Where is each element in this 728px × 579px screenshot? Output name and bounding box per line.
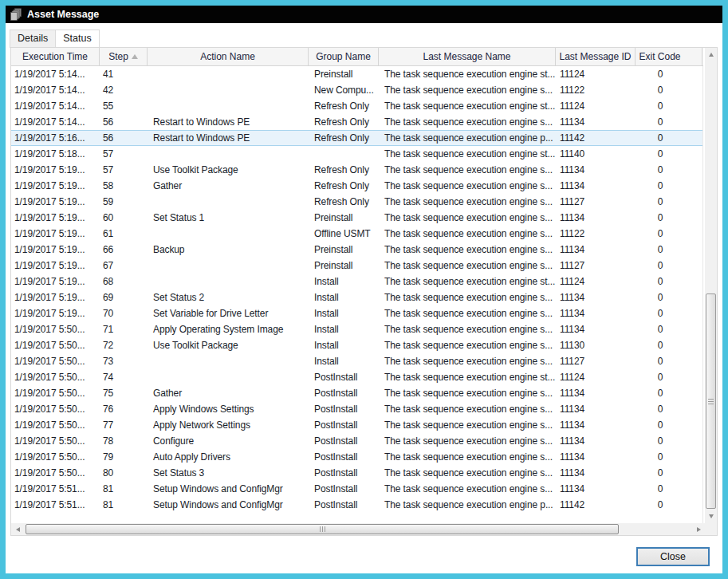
cell: 1/19/2017 5:50... bbox=[11, 433, 100, 449]
horizontal-scrollbar[interactable] bbox=[11, 523, 705, 535]
column-header-execution-time[interactable]: Execution Time bbox=[11, 48, 100, 65]
vertical-scrollbar-thumb[interactable] bbox=[706, 293, 716, 509]
cell: 0 bbox=[636, 385, 702, 401]
tab-status[interactable]: Status bbox=[56, 30, 99, 48]
table-row[interactable]: 1/19/2017 5:50...79Auto Apply DriversPos… bbox=[11, 449, 702, 465]
cell: The task sequence execution engine st... bbox=[379, 98, 556, 114]
table-row[interactable]: 1/19/2017 5:19...60Set Status 1Preinstal… bbox=[11, 210, 702, 226]
table-row[interactable]: 1/19/2017 5:50...76Apply Windows Setting… bbox=[11, 401, 702, 417]
column-header-last-message-id[interactable]: Last Message ID bbox=[556, 48, 636, 65]
scroll-down-button[interactable] bbox=[705, 510, 717, 523]
cell: 1/19/2017 5:50... bbox=[11, 385, 100, 401]
tab-details[interactable]: Details bbox=[10, 30, 56, 48]
cell: 1/19/2017 5:50... bbox=[11, 337, 100, 353]
column-header-exit-code[interactable]: Exit Code bbox=[636, 48, 702, 65]
cell: 0 bbox=[636, 66, 702, 82]
cell: 0 bbox=[636, 290, 702, 305]
cell: The task sequence execution engine s... bbox=[379, 353, 556, 369]
titlebar[interactable]: Asset Message bbox=[6, 6, 722, 23]
cell: 0 bbox=[636, 417, 702, 433]
table-row[interactable]: 1/19/2017 5:14...42New Compu...The task … bbox=[11, 82, 702, 98]
scroll-up-button[interactable] bbox=[705, 48, 717, 61]
table-row[interactable]: 1/19/2017 5:19...61Offline USMTThe task … bbox=[11, 226, 702, 242]
cell: The task sequence execution engine s... bbox=[379, 401, 556, 417]
table-row[interactable]: 1/19/2017 5:51...81Setup Windows and Con… bbox=[11, 481, 702, 497]
cell: Install bbox=[309, 290, 379, 305]
cell: 81 bbox=[100, 497, 148, 513]
cell: PostInstall bbox=[309, 369, 379, 385]
cell: The task sequence execution engine s... bbox=[379, 417, 556, 433]
table-row[interactable]: 1/19/2017 5:14...55Refresh OnlyThe task … bbox=[11, 98, 702, 114]
cell: The task sequence execution engine s... bbox=[379, 465, 556, 481]
cell: Restart to Windows PE bbox=[148, 131, 309, 145]
cell: 11134 bbox=[556, 321, 636, 337]
cell: 42 bbox=[100, 82, 148, 98]
table-row[interactable]: 1/19/2017 5:19...59Refresh OnlyThe task … bbox=[11, 194, 702, 210]
window-title: Asset Message bbox=[27, 9, 99, 20]
sort-ascending-icon bbox=[132, 54, 138, 59]
table-row[interactable]: 1/19/2017 5:14...56Restart to Windows PE… bbox=[11, 114, 702, 130]
table-row[interactable]: 1/19/2017 5:50...78ConfigurePostInstallT… bbox=[11, 433, 702, 449]
cell: 0 bbox=[636, 337, 702, 353]
column-header-step[interactable]: Step bbox=[100, 48, 148, 65]
table-row[interactable]: 1/19/2017 5:19...57Use Toolkit PackageRe… bbox=[11, 162, 702, 178]
column-header-group-name[interactable]: Group Name bbox=[309, 48, 379, 65]
cell: 1/19/2017 5:16... bbox=[11, 131, 100, 145]
horizontal-scrollbar-thumb[interactable] bbox=[26, 524, 619, 534]
table-row[interactable]: 1/19/2017 5:50...72Use Toolkit PackageIn… bbox=[11, 337, 702, 353]
cell bbox=[148, 98, 309, 114]
cell: 76 bbox=[100, 401, 148, 417]
cell: The task sequence execution engine s... bbox=[379, 385, 556, 401]
table-row[interactable]: 1/19/2017 5:19...70Set Variable for Driv… bbox=[11, 305, 702, 321]
table-row[interactable]: 1/19/2017 5:18...57The task sequence exe… bbox=[11, 146, 702, 162]
cell: The task sequence execution engine s... bbox=[379, 210, 556, 226]
cell: 0 bbox=[636, 258, 702, 274]
cell: PostInstall bbox=[309, 481, 379, 497]
cell: 80 bbox=[100, 465, 148, 481]
table-row[interactable]: 1/19/2017 5:19...68InstallThe task seque… bbox=[11, 274, 702, 290]
table-row[interactable]: 1/19/2017 5:50...75GatherPostInstallThe … bbox=[11, 385, 702, 401]
table-row[interactable]: 1/19/2017 5:16...56Restart to Windows PE… bbox=[11, 130, 702, 146]
close-button[interactable]: Close bbox=[636, 547, 710, 566]
table-row[interactable]: 1/19/2017 5:50...74PostInstallThe task s… bbox=[11, 369, 702, 385]
vertical-scrollbar[interactable] bbox=[705, 48, 717, 523]
table-row[interactable]: 1/19/2017 5:50...80Set Status 3PostInsta… bbox=[11, 465, 702, 481]
cell: 1/19/2017 5:14... bbox=[11, 82, 100, 98]
cell: 11134 bbox=[556, 178, 636, 194]
cell: 11122 bbox=[556, 82, 636, 98]
cell: Apply Windows Settings bbox=[148, 401, 309, 417]
cell: 0 bbox=[636, 274, 702, 290]
table-row[interactable]: 1/19/2017 5:51...81Setup Windows and Con… bbox=[11, 497, 702, 513]
column-header-action-name[interactable]: Action Name bbox=[148, 48, 309, 65]
cell: 1/19/2017 5:19... bbox=[11, 210, 100, 226]
table-row[interactable]: 1/19/2017 5:50...73InstallThe task seque… bbox=[11, 353, 702, 369]
cell: 1/19/2017 5:50... bbox=[11, 449, 100, 465]
table-row[interactable]: 1/19/2017 5:14...41PreinstallThe task se… bbox=[11, 66, 702, 82]
cell: Set Variable for Drive Letter bbox=[148, 305, 309, 321]
cell: 73 bbox=[100, 353, 148, 369]
cell: 1/19/2017 5:50... bbox=[11, 417, 100, 433]
column-header-label: Group Name bbox=[316, 51, 371, 62]
table-row[interactable]: 1/19/2017 5:19...66BackupPreinstallThe t… bbox=[11, 242, 702, 258]
cell: 69 bbox=[100, 290, 148, 305]
cell: Preinstall bbox=[309, 258, 379, 274]
scroll-right-button[interactable] bbox=[692, 523, 705, 535]
scroll-left-button[interactable] bbox=[11, 523, 24, 535]
triangle-up-icon bbox=[709, 53, 714, 57]
table-row[interactable]: 1/19/2017 5:19...67PreinstallThe task se… bbox=[11, 258, 702, 274]
table-row[interactable]: 1/19/2017 5:50...71Apply Operating Syste… bbox=[11, 321, 702, 337]
cell: PostInstall bbox=[309, 417, 379, 433]
cell: Offline USMT bbox=[309, 226, 379, 242]
cell: 60 bbox=[100, 210, 148, 226]
thumb-grip-icon bbox=[320, 526, 325, 532]
cell: Install bbox=[309, 353, 379, 369]
cell bbox=[148, 194, 309, 210]
cell: 75 bbox=[100, 385, 148, 401]
column-header-last-message-name[interactable]: Last Message Name bbox=[379, 48, 556, 65]
table-row[interactable]: 1/19/2017 5:50...77Apply Network Setting… bbox=[11, 417, 702, 433]
cell: 0 bbox=[636, 98, 702, 114]
cell: 1/19/2017 5:19... bbox=[11, 242, 100, 258]
cell: 1/19/2017 5:19... bbox=[11, 258, 100, 274]
table-row[interactable]: 1/19/2017 5:19...69Set Status 2InstallTh… bbox=[11, 290, 702, 305]
table-row[interactable]: 1/19/2017 5:19...58GatherRefresh OnlyThe… bbox=[11, 178, 702, 194]
